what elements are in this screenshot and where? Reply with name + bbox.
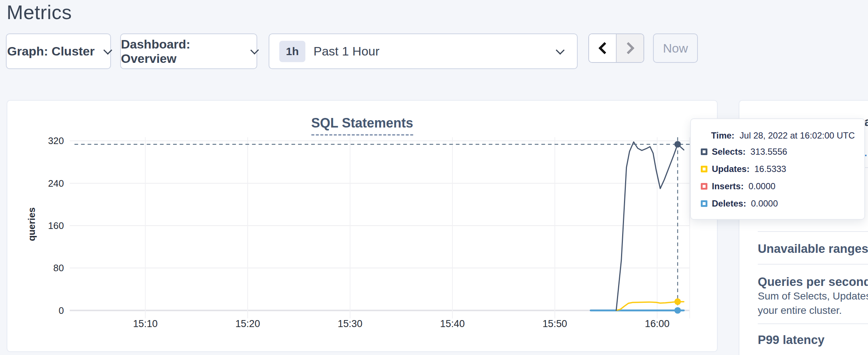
chevron-left-icon — [598, 42, 611, 54]
inserts-legend-swatch — [701, 183, 707, 190]
time-step-buttons — [588, 33, 644, 63]
tooltip-series-row: Selects: 313.5556 — [701, 147, 864, 157]
svg-text:160: 160 — [48, 220, 64, 231]
tooltip-time-row: Time:Jul 28, 2022 at 16:02:00 UTC — [711, 130, 864, 141]
updates-legend-swatch — [701, 166, 707, 172]
tooltip-series-row: Inserts: 0.0000 — [701, 181, 864, 191]
time-range-label: Past 1 Hour — [313, 44, 380, 58]
time-step-forward-button[interactable] — [616, 34, 643, 62]
deletes-legend-swatch — [701, 200, 707, 207]
graph-scope-dropdown[interactable]: Graph: Cluster — [6, 33, 111, 69]
graph-scope-label: Graph: Cluster — [7, 44, 94, 58]
tooltip-series-row: Deletes: 0.0000 — [701, 198, 864, 209]
svg-text:15:20: 15:20 — [235, 318, 260, 329]
svg-text:240: 240 — [48, 178, 64, 189]
time-step-back-button[interactable] — [589, 34, 616, 62]
tooltip-series-row: Updates: 16.5333 — [701, 164, 864, 174]
now-button[interactable]: Now — [653, 33, 698, 63]
svg-text:15:10: 15:10 — [133, 318, 158, 329]
svg-text:15:50: 15:50 — [542, 318, 567, 329]
chevron-down-icon — [250, 46, 259, 54]
tooltip-series-value: 0.0000 — [751, 198, 778, 209]
svg-text:queries: queries — [26, 207, 37, 241]
svg-text:15:30: 15:30 — [338, 318, 362, 329]
tooltip-series-label: Selects: — [712, 147, 746, 157]
tooltip-series-label: Deletes: — [712, 198, 746, 209]
svg-text:16:00: 16:00 — [645, 318, 670, 329]
selects-legend-swatch — [701, 148, 707, 155]
svg-text:0: 0 — [58, 305, 64, 316]
sql-statements-chart[interactable]: 08016024032015:1015:2015:3015:4015:5016:… — [7, 101, 717, 351]
time-range-dropdown[interactable]: 1h Past 1 Hour — [269, 33, 578, 69]
sidebar-description-line: your entire cluster. — [758, 305, 842, 316]
divider — [758, 231, 868, 232]
divider — [758, 264, 868, 265]
sidebar-heading-unavailable-ranges: Unavailable ranges — [758, 242, 868, 256]
tooltip-series-label: Updates: — [712, 164, 750, 174]
svg-text:80: 80 — [53, 263, 64, 273]
time-range-badge: 1h — [279, 41, 305, 62]
tooltip-time-label: Time: — [711, 130, 735, 140]
tooltip-series-value: 0.0000 — [749, 181, 775, 191]
dashboard-dropdown[interactable]: Dashboard: Overview — [120, 33, 257, 69]
divider — [758, 323, 868, 324]
tooltip-series-value: 313.5556 — [750, 147, 787, 157]
svg-text:320: 320 — [48, 136, 64, 146]
tooltip-time-value: Jul 28, 2022 at 16:02:00 UTC — [740, 130, 855, 140]
sidebar-heading-queries-per-second: Queries per second — [758, 275, 868, 289]
chevron-down-icon — [103, 46, 112, 55]
sql-statements-panel: SQL Statements 08016024032015:1015:2015:… — [7, 100, 718, 352]
svg-text:15:40: 15:40 — [440, 318, 465, 329]
chart-hover-tooltip: Time:Jul 28, 2022 at 16:02:00 UTC Select… — [690, 118, 865, 220]
tooltip-series-label: Inserts: — [712, 181, 744, 191]
chevron-right-icon — [622, 42, 635, 54]
sidebar-heading-p99-latency: P99 latency — [758, 333, 825, 347]
tooltip-series-value: 16.5333 — [754, 164, 786, 174]
sidebar-description-line: Sum of Selects, Updates, Inser — [758, 290, 868, 302]
metrics-page: Metrics Graph: Cluster Dashboard: Overvi… — [0, 0, 868, 355]
chevron-down-icon — [556, 46, 564, 55]
dashboard-label: Dashboard: Overview — [121, 37, 242, 66]
page-title: Metrics — [7, 1, 72, 24]
